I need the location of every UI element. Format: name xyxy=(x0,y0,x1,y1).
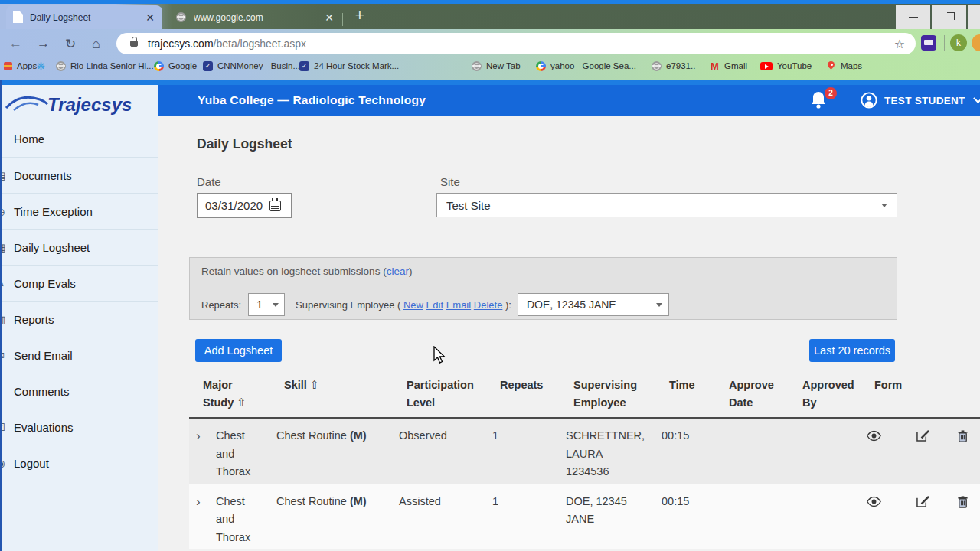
app-title: Yuba College — Radiologic Technology xyxy=(198,93,426,107)
sidebar-item-home[interactable]: ⌂Home xyxy=(0,121,158,157)
profile-avatar[interactable]: k xyxy=(950,34,967,51)
expand-row-icon[interactable]: › xyxy=(189,419,210,484)
back-icon[interactable]: ← xyxy=(9,36,22,51)
minimize-button[interactable] xyxy=(896,5,930,29)
tab-close-icon[interactable]: ✕ xyxy=(325,11,334,24)
col-skill[interactable]: Skill ⇧ xyxy=(270,377,393,412)
restore-button[interactable] xyxy=(932,5,966,29)
url-text[interactable]: trajecsys.com/beta/logsheet.aspx xyxy=(148,37,306,50)
extension-icon[interactable] xyxy=(921,35,936,51)
sidebar-item-reports[interactable]: ▥Reports xyxy=(0,301,158,337)
bookmark-yahoo-google-sea[interactable]: yahoo - Google Sea... xyxy=(536,55,636,77)
bookmark-gmail[interactable]: MGmail xyxy=(710,55,747,77)
tab-close-icon[interactable]: ✕ xyxy=(145,11,155,24)
bookmark-star-icon[interactable]: ☆ xyxy=(894,37,905,51)
employee-select[interactable]: DOE, 12345 JANE xyxy=(518,293,669,316)
edit-row-icon[interactable] xyxy=(910,419,949,484)
bookmark-rio-linda-senior-hi[interactable]: Rio Linda Senior Hi... xyxy=(56,55,154,77)
sidebar-item-documents[interactable]: ▤Documents xyxy=(0,157,158,193)
col-repeats[interactable]: Repeats xyxy=(486,377,560,412)
bookmark-apps[interactable]: Apps xyxy=(4,55,37,77)
address-bar[interactable]: trajecsys.com/beta/logsheet.aspx ☆ xyxy=(116,33,916,54)
add-logsheet-button[interactable]: Add Logsheet xyxy=(195,339,282,362)
tab-favicon xyxy=(13,11,23,23)
browser-toolbar: ← → ↻ ⌂ trajecsys.com/beta/logsheet.aspx… xyxy=(0,29,980,80)
col-approved-by[interactable]: Approved By xyxy=(789,377,861,412)
edit-link[interactable]: Edit xyxy=(426,299,443,311)
sidebar-item-label: Comp Evals xyxy=(14,277,76,290)
bookmark-label: yahoo - Google Sea... xyxy=(550,61,636,70)
user-menu[interactable]: TEST STUDENT ▼ xyxy=(860,85,980,116)
apps-grid-icon xyxy=(4,62,12,70)
app-header: Yuba College — Radiologic Technology 2 T… xyxy=(158,85,980,116)
col-approve-date[interactable]: Approve Date xyxy=(715,377,789,412)
view-form-icon[interactable] xyxy=(861,419,910,484)
bookmark-label: Google xyxy=(168,61,197,70)
bookmark-cnnmoney-busin[interactable]: ✓CNNMoney - Busin... xyxy=(203,55,300,77)
sidebar-item-time-exception[interactable]: ◷Time Exception xyxy=(0,193,158,229)
site-label: Site xyxy=(440,175,460,188)
date-input[interactable]: 03/31/2020 xyxy=(197,193,292,218)
bookmark-youtube[interactable]: YouTube xyxy=(760,55,812,77)
sidebar-item-label: Send Email xyxy=(14,349,73,362)
chevron-down-icon: ▼ xyxy=(973,93,980,103)
retain-panel: Retain values on logsheet submissions (c… xyxy=(189,257,897,320)
mouse-cursor xyxy=(433,346,446,364)
col-supervising[interactable]: Supervising Employee xyxy=(560,377,655,412)
delete-row-icon[interactable] xyxy=(949,484,980,549)
chrome-page-divider xyxy=(0,80,980,85)
col-participation[interactable]: Participation Level xyxy=(393,377,486,412)
date-label: Date xyxy=(197,175,221,188)
delete-row-icon[interactable] xyxy=(949,419,980,484)
sidebar-item-logout[interactable]: ◉Logout xyxy=(0,445,158,481)
home-icon[interactable]: ⌂ xyxy=(92,36,100,52)
expand-row-icon[interactable]: › xyxy=(189,484,210,549)
new-link[interactable]: New xyxy=(403,299,423,311)
email-link[interactable]: Email xyxy=(446,299,472,311)
sidebar-item-label: Home xyxy=(14,132,44,145)
bookmark-e7931[interactable]: e7931.. xyxy=(652,55,695,77)
sidebar-item-evaluations[interactable]: ☑Evaluations xyxy=(0,409,158,445)
globe-icon xyxy=(56,61,66,71)
profile-avatar-secondary[interactable] xyxy=(972,34,980,51)
chart-icon: ✓ xyxy=(299,61,309,71)
bookmark-24-hour-stock-mark[interactable]: ✓24 Hour Stock Mark... xyxy=(299,55,399,77)
bookmark-new-tab[interactable]: New Tab xyxy=(472,55,521,77)
calendar-icon[interactable] xyxy=(270,201,281,211)
sidebar: Trajecsys ⌂Home▤Documents◷Time Exception… xyxy=(0,85,158,551)
sidebar-item-comp-evals[interactable]: ✎Comp Evals xyxy=(0,265,158,301)
sidebar-item-send-email[interactable]: ✉Send Email xyxy=(0,337,158,373)
col-major-study[interactable]: Major Study ⇧ xyxy=(189,377,270,412)
reload-icon[interactable]: ↻ xyxy=(65,36,76,52)
forward-icon[interactable]: → xyxy=(37,36,50,51)
close-button[interactable] xyxy=(968,5,980,29)
sort-icon: ⇧ xyxy=(310,379,319,391)
notifications-bell[interactable]: 2 xyxy=(809,90,832,113)
tab-title: Daily Logsheet xyxy=(30,12,145,23)
site-select[interactable]: Test Site xyxy=(436,193,897,217)
cell-time: 00:15 xyxy=(655,484,715,549)
trajecsys-logo[interactable]: Trajecsys xyxy=(0,85,158,121)
sidebar-item-label: Reports xyxy=(14,313,54,326)
col-form[interactable]: Form xyxy=(861,377,910,412)
bookmark-flower[interactable]: ❋ xyxy=(37,55,47,77)
sidebar-item-comments[interactable]: ●Comments xyxy=(0,373,158,409)
bookmark-maps[interactable]: Maps xyxy=(826,55,862,77)
bookmark-google[interactable]: Google xyxy=(154,55,197,77)
delete-link[interactable]: Delete xyxy=(474,299,503,311)
repeats-label: Repeats: xyxy=(201,299,241,311)
clear-link[interactable]: clear xyxy=(387,266,409,277)
col-time[interactable]: Time xyxy=(655,377,715,412)
sidebar-item-daily-logsheet[interactable]: ▦Daily Logsheet xyxy=(0,229,158,265)
tab-google[interactable]: www.google.com ✕ xyxy=(167,5,341,29)
tab-daily-logsheet[interactable]: Daily Logsheet ✕ xyxy=(6,5,162,29)
new-tab-button[interactable]: + xyxy=(349,4,371,28)
sidebar-item-label: Documents xyxy=(14,169,72,182)
repeats-select[interactable]: 1 xyxy=(248,293,285,316)
globe-icon xyxy=(652,61,662,71)
view-form-icon[interactable] xyxy=(861,484,910,549)
edit-row-icon[interactable] xyxy=(910,484,949,549)
lock-icon[interactable] xyxy=(130,41,138,47)
youtube-icon xyxy=(760,62,773,70)
last-20-records-button[interactable]: Last 20 records xyxy=(809,339,895,362)
